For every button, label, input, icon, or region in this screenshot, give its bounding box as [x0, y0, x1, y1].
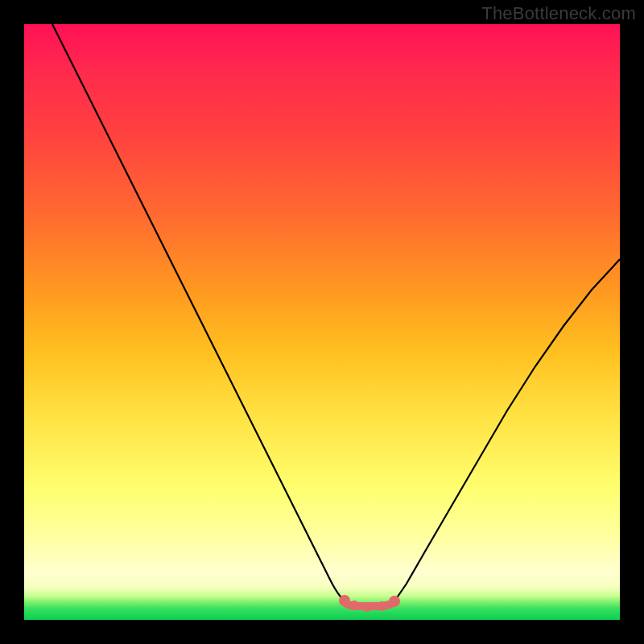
- trough-dot: [349, 601, 359, 610]
- plot-area: [24, 24, 620, 620]
- trough-dot: [339, 595, 350, 606]
- watermark-label: TheBottleneck.com: [481, 3, 636, 24]
- chart-frame: TheBottleneck.com: [0, 0, 644, 644]
- trough-dot: [362, 602, 372, 612]
- bottleneck-curve: [24, 24, 620, 620]
- curve-path: [52, 24, 620, 605]
- trough-dot: [377, 601, 386, 611]
- trough-dot: [389, 596, 400, 607]
